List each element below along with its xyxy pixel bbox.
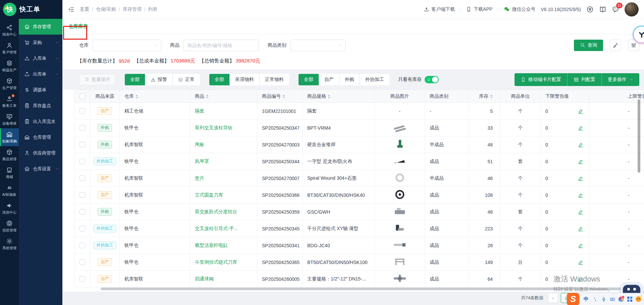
- docs-icon[interactable]: [599, 6, 606, 13]
- client-download-link[interactable]: 客户端下载: [424, 6, 455, 12]
- wechat-link[interactable]: 微信公众号: [503, 6, 535, 12]
- column-header[interactable]: 商品: [190, 90, 257, 102]
- product-image[interactable]: [392, 156, 407, 167]
- skin-icon[interactable]: [618, 296, 625, 303]
- ime-punctuation-icon[interactable]: ’,: [591, 296, 598, 303]
- product-image[interactable]: [392, 189, 407, 201]
- sidebar-item-customers[interactable]: 客户管理: [0, 39, 19, 57]
- product-link[interactable]: 双列交叉滚柱导轨: [195, 125, 232, 131]
- feedback-icon[interactable]: [586, 6, 594, 13]
- row-checkbox[interactable]: [79, 108, 85, 114]
- product-link[interactable]: 闸板: [195, 142, 204, 148]
- breadcrumb-item[interactable]: 主页: [80, 6, 89, 12]
- column-header[interactable]: 仓库: [120, 90, 190, 102]
- edit-limit-icon[interactable]: [578, 259, 584, 265]
- sidebar-item-lean-production[interactable]: 精益生产: [0, 57, 19, 75]
- breadcrumb-item[interactable]: 仓储/采购: [96, 6, 116, 12]
- breadcrumb-item[interactable]: 库存管理: [123, 6, 142, 12]
- sidebar-item-equipment-maintenance[interactable]: 设备维保: [0, 111, 19, 128]
- row-checkbox[interactable]: [79, 192, 85, 198]
- edit-limit-icon[interactable]: [578, 192, 584, 198]
- product-image[interactable]: [392, 240, 407, 251]
- breadcrumb-item[interactable]: 列表: [148, 6, 158, 12]
- sogou-input-icon[interactable]: S: [567, 293, 579, 305]
- product-link[interactable]: 风琴罩: [195, 159, 209, 165]
- menu-item-warehouse-settings[interactable]: 仓库设置: [19, 161, 62, 177]
- column-header[interactable]: 库存: [469, 90, 500, 102]
- product-image[interactable]: [392, 257, 407, 268]
- app-logo[interactable]: 快 快工单: [0, 0, 62, 19]
- menu-item-inventory-mgmt[interactable]: 库存管理: [19, 19, 62, 35]
- menu-item-supplier-mgmt[interactable]: 供应商管理: [19, 145, 62, 161]
- menu-item-warehouse-mgmt[interactable]: 仓库管理: [19, 129, 62, 145]
- row-checkbox[interactable]: [79, 175, 85, 181]
- sidebar-item-warehouse-purchase[interactable]: 仓储/采购: [0, 128, 19, 146]
- more-actions-button[interactable]: 更多操作: [602, 73, 639, 86]
- edit-limit-icon[interactable]: [578, 175, 584, 181]
- menu-item-purchase[interactable]: 采购: [19, 35, 62, 50]
- filter-source-filter-option-3[interactable]: 外协加工: [360, 74, 389, 85]
- product-link[interactable]: 四通球阀: [195, 276, 214, 282]
- row-checkbox[interactable]: [79, 243, 85, 248]
- sidebar-item-service-orders[interactable]: 服务工单: [0, 93, 19, 111]
- filter-source-filter-option-1[interactable]: 自产: [319, 74, 339, 85]
- microphone-icon[interactable]: [600, 296, 607, 303]
- ime-language-icon[interactable]: 中: [583, 296, 590, 303]
- product-link[interactable]: 垫片: [195, 175, 204, 181]
- product-link[interactable]: 交叉滚柱引导式-手...: [195, 226, 238, 232]
- product-image[interactable]: [392, 173, 407, 184]
- vertical-scrollbar[interactable]: [638, 99, 640, 173]
- download-app-link[interactable]: 下载APP: [466, 6, 492, 12]
- messages-icon[interactable]: 11: [612, 6, 619, 13]
- row-checkbox[interactable]: [79, 276, 85, 282]
- filter-material-filter-option-2[interactable]: 正常物料: [260, 74, 289, 85]
- edit-limit-icon[interactable]: [578, 125, 584, 131]
- sidebar-item-production[interactable]: 生产管理: [0, 75, 19, 93]
- row-checkbox[interactable]: [79, 209, 85, 215]
- row-checkbox[interactable]: [79, 159, 85, 164]
- product-link[interactable]: 隔套: [195, 108, 204, 114]
- sidebar-item-mall[interactable]: 商城: [0, 164, 19, 182]
- product-image[interactable]: [392, 206, 407, 217]
- product-image[interactable]: [392, 122, 407, 133]
- menu-item-stock-flow[interactable]: 出入库流水: [19, 114, 62, 129]
- filter-alarm-filter-option-2[interactable]: 正常: [173, 74, 200, 85]
- product-search-input[interactable]: [183, 40, 259, 51]
- filter-source-filter-option-2[interactable]: 外购: [339, 74, 360, 85]
- column-header[interactable]: 商品规格: [303, 90, 375, 102]
- product-image[interactable]: [392, 139, 407, 150]
- sidebar-item-reports[interactable]: 报表中心: [0, 21, 19, 39]
- emoji-icon[interactable]: [635, 296, 642, 303]
- edit-limit-icon[interactable]: [578, 159, 584, 164]
- product-link[interactable]: 立式圆盘刀库: [195, 192, 223, 198]
- filter-source-filter-option-0[interactable]: 全部: [299, 74, 319, 85]
- product-link[interactable]: 斗笠倒挂式链式刀库: [195, 259, 237, 265]
- keyboard-icon[interactable]: [609, 296, 616, 303]
- sidebar-item-message-center[interactable]: 消息中心: [0, 200, 19, 217]
- edit-limit-icon[interactable]: [578, 243, 584, 248]
- filter-material-filter-option-1[interactable]: 呆滞物料: [230, 74, 260, 85]
- clear-filters-button[interactable]: [610, 40, 621, 51]
- edit-limit-icon[interactable]: [578, 108, 584, 114]
- sidebar-item-system-mgmt[interactable]: 系统管理: [0, 235, 19, 253]
- avatar[interactable]: [625, 2, 639, 16]
- column-header[interactable]: 商品编号: [257, 90, 303, 102]
- row-checkbox[interactable]: [79, 226, 85, 231]
- row-checkbox[interactable]: [79, 259, 85, 265]
- menu-item-transfer-orders[interactable]: 调拨单: [19, 82, 62, 98]
- filter-alarm-filter-option-0[interactable]: 全部: [125, 74, 145, 85]
- filter-alarm-filter-option-1[interactable]: 报警: [145, 74, 173, 85]
- row-checkbox[interactable]: [79, 142, 85, 147]
- stock-only-toggle[interactable]: [425, 76, 439, 83]
- mobile-card-config-button[interactable]: 移动端卡片配置: [515, 73, 568, 86]
- product-link[interactable]: 双交换卧式分度转台: [195, 209, 237, 215]
- edit-limit-icon[interactable]: [578, 209, 584, 215]
- search-button[interactable]: 查询: [574, 40, 603, 51]
- menu-item-inbound-orders[interactable]: 入库单: [19, 50, 62, 66]
- horizontal-scrollbar[interactable]: [101, 288, 635, 290]
- toolbox-icon[interactable]: [626, 296, 633, 303]
- filter-material-filter-option-0[interactable]: 全部: [209, 74, 230, 85]
- category-select[interactable]: [290, 40, 346, 51]
- sidebar-item-info-mgmt[interactable]: 信息管理: [0, 217, 19, 235]
- sidebar-item-product-mgmt[interactable]: 商品管理: [0, 146, 19, 164]
